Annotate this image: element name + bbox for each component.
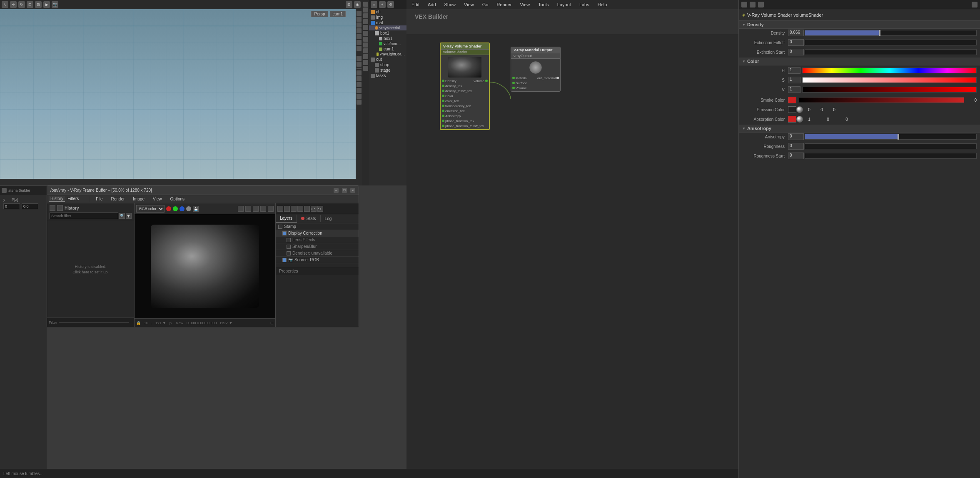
scene-item-shop[interactable]: shop xyxy=(369,62,406,68)
scene-item-mat[interactable]: mat xyxy=(369,20,406,25)
coord-z-input[interactable] xyxy=(22,203,38,209)
tb-orbit-icon[interactable] xyxy=(357,23,362,28)
s-bar[interactable] xyxy=(802,77,977,83)
fb-pip-icon[interactable] xyxy=(260,206,266,212)
fb-menu-options[interactable]: Options xyxy=(169,196,186,202)
node-volume-shader[interactable]: V-Ray Volume Shader volumeShader Density… xyxy=(440,43,490,130)
tb-snap-icon[interactable] xyxy=(357,70,362,75)
tb-grid-icon[interactable] xyxy=(357,76,362,81)
menu-view2[interactable]: View xyxy=(519,1,532,8)
fb-search-icon[interactable]: 🔍 xyxy=(119,213,125,219)
scene-item-cam1[interactable]: cam1 xyxy=(369,46,406,52)
side-tb-8[interactable] xyxy=(363,43,368,48)
roughness-start-slider[interactable] xyxy=(805,153,977,159)
tb-frame-icon[interactable] xyxy=(357,28,362,33)
absorption-color-circle[interactable] xyxy=(796,116,803,123)
fb-minimize-btn[interactable]: – xyxy=(334,188,339,193)
emission-color-swatch[interactable] xyxy=(788,106,796,113)
persp-button[interactable]: Persp xyxy=(311,11,328,17)
fb-channel-a-btn[interactable] xyxy=(186,206,191,211)
layer-denoiser[interactable]: Denoiser: unavailable xyxy=(276,250,359,257)
fb-icon-save[interactable]: 💾 xyxy=(193,206,199,212)
extinction-falloff-slider[interactable] xyxy=(805,40,977,45)
menu-show[interactable]: Show xyxy=(443,1,458,8)
node-graph-canvas[interactable]: V-Ray Volume Shader volumeShader Density… xyxy=(406,34,738,478)
fb-ptab-log[interactable]: Log xyxy=(321,215,336,222)
tb-edge-icon[interactable] xyxy=(357,100,362,105)
absorption-color-swatch[interactable] xyxy=(788,116,796,123)
menu-labs[interactable]: Labs xyxy=(578,1,591,8)
fb-layers-tb1[interactable] xyxy=(277,206,283,212)
anisotropy-value[interactable]: 0 xyxy=(788,133,804,140)
tb-obj-icon[interactable] xyxy=(357,82,362,87)
shade-icon[interactable]: ◉ xyxy=(354,1,361,8)
fb-compare-icon[interactable] xyxy=(268,206,274,212)
fb-search-options-icon[interactable]: ▼ xyxy=(126,213,132,219)
side-tb-9[interactable] xyxy=(363,48,368,53)
render-icon[interactable]: ▶ xyxy=(43,1,50,8)
menu-go[interactable]: Go xyxy=(481,1,490,8)
color-section-header[interactable]: ▼ Color xyxy=(739,58,980,65)
fb-layers-tb4[interactable] xyxy=(297,206,303,212)
scene-item-vraymaterial[interactable]: vrayMaterial xyxy=(369,25,406,30)
scene-filter-icon[interactable]: ≡ xyxy=(371,1,377,8)
scene-item-tasks[interactable]: tasks xyxy=(369,73,406,78)
main-viewport[interactable]: ↖ ✛ ↻ ⊡ ⊞ ▶ 📷 ⊠ ◉ Persp cam1 xyxy=(0,0,362,185)
side-tb-6[interactable] xyxy=(363,31,368,36)
anisotropy-section-header[interactable]: ▼ Anisotropy xyxy=(739,125,980,133)
fb-close-btn[interactable]: × xyxy=(350,188,355,193)
fb-hsv-dropdown[interactable]: HSV ▼ xyxy=(220,321,233,325)
move-tool-icon[interactable]: ↖ xyxy=(2,1,8,8)
scene-item-vdb[interactable]: vdbfrom… xyxy=(369,41,406,46)
menu-edit[interactable]: Edit xyxy=(410,1,421,8)
fb-layers-tb5[interactable] xyxy=(304,206,310,212)
emission-color-circle[interactable] xyxy=(796,106,803,113)
select-tool-icon[interactable]: ✛ xyxy=(10,1,17,8)
fb-zoom-dropdown[interactable]: 1x1 ▼ xyxy=(155,321,166,325)
cam-button[interactable]: cam1 xyxy=(330,11,346,17)
fb-menu-view[interactable]: View xyxy=(151,196,164,202)
scene-add-icon[interactable]: + xyxy=(379,1,386,8)
side-tb-1[interactable] xyxy=(363,2,368,7)
tb-zoom-icon[interactable] xyxy=(357,11,362,16)
prop-expand-icon[interactable] xyxy=(758,2,764,8)
snap-tool-icon[interactable]: ⊞ xyxy=(35,1,42,8)
menu-layout[interactable]: Layout xyxy=(556,1,573,8)
menu-view[interactable]: View xyxy=(462,1,476,8)
tb-render-icon[interactable] xyxy=(357,46,362,51)
layer-sharpen-blur[interactable]: Sharpen/Blur xyxy=(276,243,359,250)
tb-pts-icon[interactable] xyxy=(357,94,362,99)
fb-menu-render[interactable]: Render xyxy=(109,196,126,202)
fb-history-list-icon[interactable] xyxy=(57,205,63,211)
h-value[interactable]: 1 xyxy=(788,67,800,74)
secondary-tb-icon[interactable] xyxy=(2,188,7,193)
side-tb-2[interactable] xyxy=(363,8,368,13)
scene-item-stage[interactable]: stage xyxy=(369,68,406,73)
menu-add[interactable]: Add xyxy=(426,1,438,8)
extinction-start-value[interactable]: 0 xyxy=(788,49,804,55)
fb-layers-tb3[interactable] xyxy=(291,206,297,212)
roughness-slider[interactable] xyxy=(805,143,977,149)
scene-settings-icon[interactable]: ⚙ xyxy=(387,1,394,8)
prop-settings-icon[interactable] xyxy=(741,2,747,8)
anisotropy-slider[interactable] xyxy=(805,134,977,140)
viewport-hscroll[interactable] xyxy=(0,179,356,185)
fb-tab-history[interactable]: History xyxy=(49,196,65,202)
side-tb-3[interactable] xyxy=(363,13,368,18)
side-tb-11[interactable] xyxy=(363,60,368,65)
menu-help[interactable]: Help xyxy=(596,1,609,8)
layer-lens-effects[interactable]: Lens Effects xyxy=(276,237,359,243)
coord-x-input[interactable] xyxy=(3,203,20,209)
viewport-canvas[interactable]: Persp cam1 xyxy=(0,9,356,179)
fb-reset-icon[interactable] xyxy=(253,206,259,212)
layer-display-correction[interactable]: Display Correction xyxy=(276,230,359,237)
tb-vis-icon[interactable] xyxy=(357,56,362,61)
rotate-tool-icon[interactable]: ↻ xyxy=(18,1,25,8)
scene-item-ch[interactable]: ch xyxy=(369,9,406,15)
side-tb-7[interactable] xyxy=(363,37,368,42)
tb-prim-icon[interactable] xyxy=(357,88,362,93)
side-tb-4[interactable] xyxy=(363,19,368,24)
h-bar[interactable] xyxy=(802,68,977,73)
s-value[interactable]: 1 xyxy=(788,77,800,83)
v-value[interactable]: 1 xyxy=(788,86,800,93)
